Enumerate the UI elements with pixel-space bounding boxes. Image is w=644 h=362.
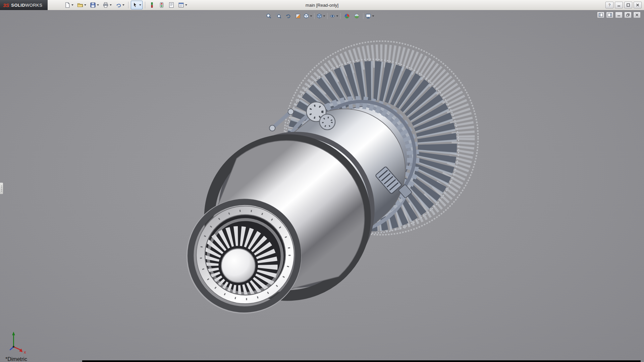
hud-separator — [363, 13, 364, 19]
file-properties-icon — [168, 2, 174, 8]
edit-appearance-icon — [344, 13, 350, 19]
options-dropdown-icon[interactable] — [185, 4, 187, 6]
taskbar-strip — [82, 360, 641, 362]
save-button[interactable] — [89, 1, 100, 9]
logo-text-light: WORKS — [25, 3, 42, 8]
x-axis-label: x — [24, 350, 26, 355]
close-document-button[interactable] — [633, 12, 641, 18]
feature-panel-splitter[interactable] — [0, 182, 3, 194]
minimize-document-icon — [617, 13, 621, 16]
options-icon — [178, 2, 184, 8]
close-button[interactable] — [634, 2, 642, 8]
toolbar-separator — [128, 2, 128, 8]
zoom-to-fit-button[interactable] — [265, 12, 273, 20]
rebuild-button[interactable] — [157, 1, 166, 9]
open-folder-icon — [77, 2, 83, 8]
display-style-dropdown-icon[interactable] — [323, 15, 325, 17]
selection-filter-icon — [149, 2, 155, 8]
save-dropdown-icon[interactable] — [97, 4, 99, 6]
restore-document-icon — [626, 13, 630, 16]
section-view-button[interactable] — [294, 12, 303, 20]
hud-separator — [327, 13, 328, 19]
apply-scene-button[interactable] — [353, 12, 361, 20]
edit-appearance-button[interactable] — [343, 12, 352, 20]
view-orientation-icon — [304, 13, 309, 19]
select-dropdown-icon[interactable] — [139, 4, 141, 6]
hud-separator — [314, 13, 315, 19]
logo-text-bold: SOLID — [11, 3, 25, 8]
section-view-icon — [295, 13, 301, 19]
open-dropdown-icon[interactable] — [84, 4, 86, 6]
close-document-icon — [635, 13, 639, 16]
options-button[interactable] — [177, 1, 189, 9]
new-document-icon — [64, 2, 70, 8]
show-display-pane-button[interactable] — [606, 12, 613, 18]
view-settings-button[interactable] — [366, 12, 374, 20]
file-properties-button[interactable] — [167, 1, 176, 9]
minimize-button[interactable] — [615, 2, 623, 8]
solidworks-logo: 3S SOLIDWORKS — [0, 0, 48, 10]
rebuild-icon — [159, 2, 165, 8]
spinner-hub-part[interactable] — [221, 249, 255, 282]
zoom-to-area-icon — [276, 13, 282, 19]
hide-show-items-icon — [330, 13, 335, 19]
undo-icon — [115, 2, 121, 8]
model-canvas[interactable]: x — [0, 10, 644, 362]
new-document-button[interactable] — [63, 1, 75, 9]
help-button[interactable]: ? — [605, 2, 613, 8]
open-button[interactable] — [76, 1, 88, 9]
view-orientation-label: *Dimetric — [5, 356, 27, 362]
restore-document-button[interactable] — [624, 12, 632, 18]
select-cursor-icon — [132, 2, 138, 8]
hide-show-dropdown-icon[interactable] — [336, 15, 338, 17]
close-icon — [636, 3, 639, 7]
display-pane-icon — [608, 13, 612, 17]
app-titlebar: 3S SOLIDWORKS — [0, 0, 644, 10]
print-button[interactable] — [101, 1, 113, 9]
view-settings-icon — [366, 13, 371, 19]
display-style-icon — [317, 13, 322, 19]
graphics-viewport[interactable]: x *Dimetric — [0, 10, 644, 362]
select-button[interactable] — [131, 1, 143, 9]
selection-filter-button[interactable] — [148, 1, 156, 9]
solidworks-logo-text: SOLIDWORKS — [11, 3, 42, 8]
hide-show-items-button[interactable] — [330, 12, 338, 20]
document-window-controls — [597, 12, 641, 18]
window-controls: ? — [605, 2, 644, 8]
apply-scene-icon — [354, 13, 360, 19]
view-settings-dropdown-icon[interactable] — [372, 15, 374, 17]
zoom-to-area-button[interactable] — [274, 12, 283, 20]
maximize-icon — [627, 3, 630, 7]
undo-dropdown-icon[interactable] — [122, 4, 124, 6]
minimize-document-button[interactable] — [615, 12, 623, 18]
print-icon — [103, 2, 109, 8]
previous-view-icon — [285, 13, 291, 19]
toolbar-separator — [145, 2, 145, 8]
save-icon — [90, 2, 96, 8]
help-icon: ? — [608, 3, 610, 7]
dassault-logo-icon: 3S — [3, 2, 9, 8]
display-style-button[interactable] — [317, 12, 325, 20]
standard-toolbar — [63, 1, 189, 9]
undo-button[interactable] — [114, 1, 126, 9]
heads-up-view-toolbar — [265, 12, 374, 20]
maximize-button[interactable] — [624, 2, 632, 8]
zoom-to-fit-icon — [266, 13, 272, 19]
print-dropdown-icon[interactable] — [110, 4, 112, 6]
new-document-dropdown-icon[interactable] — [71, 4, 73, 6]
view-orientation-button[interactable] — [304, 12, 312, 20]
show-feature-tree-button[interactable] — [597, 12, 604, 18]
feature-tree-icon — [599, 13, 603, 17]
document-title: main [Read-only] — [306, 3, 338, 8]
view-orientation-dropdown-icon[interactable] — [310, 15, 312, 17]
previous-view-button[interactable] — [284, 12, 293, 20]
minimize-icon — [617, 3, 621, 7]
hud-separator — [340, 13, 341, 19]
